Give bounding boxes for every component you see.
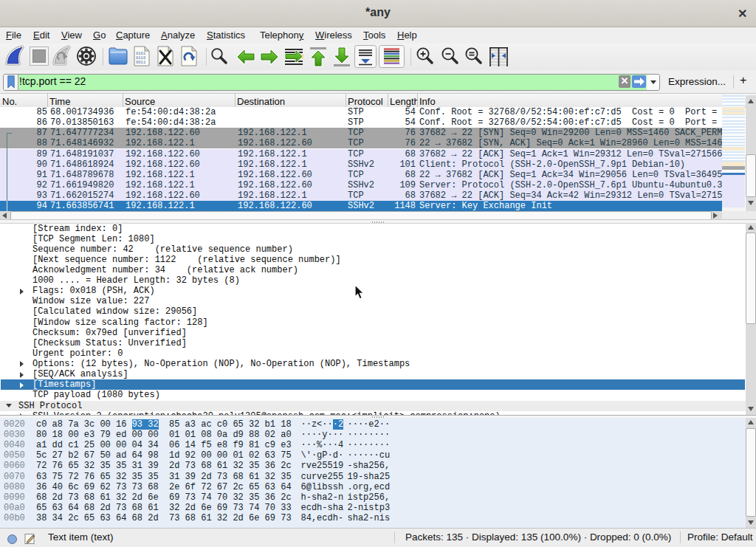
svg-text:0011: 0011: [136, 60, 146, 65]
